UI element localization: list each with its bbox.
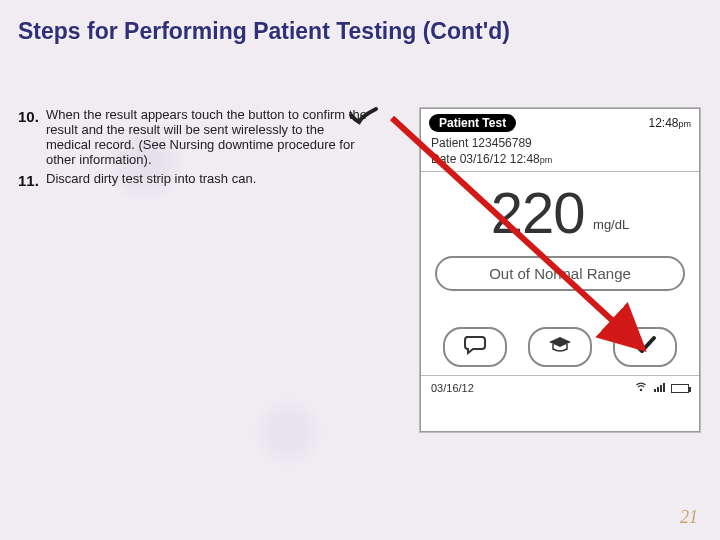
page-number: 21 bbox=[680, 507, 698, 528]
step-11: 11. Discard dirty test strip into trash … bbox=[18, 172, 368, 189]
date-line-prefix: Date 03/16/12 12:48 bbox=[431, 152, 540, 166]
step-text: Discard dirty test strip into trash can. bbox=[46, 172, 256, 189]
steps-list: 10. When the result appears touch the bu… bbox=[18, 108, 368, 193]
slide-title: Steps for Performing Patient Testing (Co… bbox=[18, 18, 510, 45]
step-number: 10. bbox=[18, 108, 46, 168]
wireless-icon bbox=[635, 381, 647, 395]
svg-rect-1 bbox=[654, 389, 656, 392]
step-text: When the result appears touch the button… bbox=[46, 108, 368, 168]
speech-bubble-icon bbox=[462, 335, 488, 359]
patient-id-line: Patient 123456789 bbox=[431, 135, 689, 151]
svg-rect-3 bbox=[660, 385, 662, 392]
checkmark-icon bbox=[348, 106, 382, 130]
result-unit: mg/dL bbox=[593, 217, 629, 232]
device-clock: 12:48pm bbox=[648, 116, 691, 130]
result-area: 220 mg/dL bbox=[421, 172, 699, 246]
result-value: 220 bbox=[491, 184, 585, 242]
battery-icon bbox=[671, 384, 689, 393]
date-line: Date 03/16/12 12:48pm bbox=[431, 151, 689, 167]
svg-rect-2 bbox=[657, 387, 659, 392]
graduation-cap-icon bbox=[547, 335, 573, 359]
footer-date: 03/16/12 bbox=[431, 382, 474, 394]
action-row bbox=[421, 297, 699, 375]
clock-time: 12:48 bbox=[648, 116, 678, 130]
range-button[interactable]: Out of Normal Range bbox=[435, 256, 685, 291]
clock-ampm: pm bbox=[678, 119, 691, 129]
step-10: 10. When the result appears touch the bu… bbox=[18, 108, 368, 168]
device-screenshot: Patient Test 12:48pm Patient 123456789 D… bbox=[420, 108, 700, 432]
device-header: Patient Test 12:48pm bbox=[421, 109, 699, 135]
device-info: Patient 123456789 Date 03/16/12 12:48pm bbox=[421, 135, 699, 172]
date-line-ampm: pm bbox=[540, 155, 553, 165]
patient-test-pill: Patient Test bbox=[429, 114, 516, 132]
status-icons bbox=[635, 381, 689, 395]
signal-icon bbox=[653, 381, 665, 395]
device-footer: 03/16/12 bbox=[421, 375, 699, 400]
svg-rect-4 bbox=[663, 383, 665, 392]
education-button[interactable] bbox=[528, 327, 592, 367]
svg-point-0 bbox=[640, 389, 642, 391]
comment-button[interactable] bbox=[443, 327, 507, 367]
step-number: 11. bbox=[18, 172, 46, 189]
confirm-button[interactable] bbox=[613, 327, 677, 367]
check-icon bbox=[632, 335, 658, 359]
